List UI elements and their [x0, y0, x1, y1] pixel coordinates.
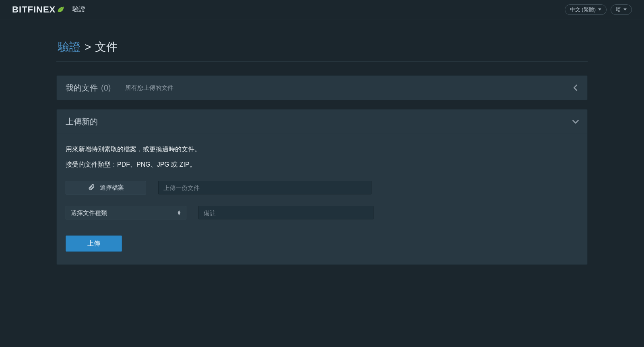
- language-label: 中文 (繁體): [570, 6, 596, 13]
- my-files-title-group: 我的文件 (0): [66, 83, 111, 93]
- upload-desc-2: 接受的文件類型：PDF、PNG、JPG 或 ZIP。: [66, 160, 578, 169]
- file-name-display[interactable]: [158, 181, 372, 194]
- submit-row: 上傳: [66, 235, 578, 252]
- language-select[interactable]: 中文 (繁體): [565, 4, 607, 15]
- theme-label: 暗: [616, 6, 621, 13]
- topbar-right: 中文 (繁體) 暗: [565, 4, 632, 15]
- my-files-title: 我的文件: [66, 83, 98, 93]
- leaf-icon: [56, 5, 65, 14]
- chevron-left-icon: [571, 83, 580, 92]
- my-files-panel-header[interactable]: 我的文件 (0) 所有您上傳的文件: [57, 76, 587, 100]
- breadcrumb: 驗證 > 文件: [56, 39, 588, 62]
- doc-type-select[interactable]: 選擇文件種類: [66, 206, 186, 219]
- upload-panel-title: 上傳新的: [66, 116, 98, 127]
- breadcrumb-separator: >: [85, 41, 91, 54]
- breadcrumb-root-link[interactable]: 驗證: [58, 39, 80, 55]
- caret-down-icon: [623, 8, 627, 10]
- my-files-panel: 我的文件 (0) 所有您上傳的文件: [56, 75, 588, 100]
- theme-select[interactable]: 暗: [611, 4, 632, 15]
- meta-row: 選擇文件種類 ▲▼: [66, 206, 578, 219]
- top-bar: BITFINEX 驗證 中文 (繁體) 暗: [0, 0, 644, 19]
- doc-type-select-wrap: 選擇文件種類 ▲▼: [66, 206, 186, 219]
- upload-panel: 上傳新的 用來新增特別索取的檔案，或更換過時的文件。 接受的文件類型：PDF、P…: [56, 109, 588, 265]
- chevron-down-icon: [571, 117, 580, 126]
- upload-button[interactable]: 上傳: [66, 235, 122, 252]
- my-files-subtitle: 所有您上傳的文件: [125, 84, 173, 92]
- breadcrumb-current: 文件: [95, 39, 118, 55]
- note-input[interactable]: [198, 206, 374, 219]
- upload-panel-body: 用來新增特別索取的檔案，或更換過時的文件。 接受的文件類型：PDF、PNG、JP…: [57, 134, 587, 264]
- app-section-label: 驗證: [72, 5, 85, 14]
- choose-file-button[interactable]: 選擇檔案: [66, 181, 146, 194]
- upload-panel-header[interactable]: 上傳新的: [57, 109, 587, 134]
- file-row: 選擇檔案: [66, 181, 578, 194]
- page-content: 驗證 > 文件 我的文件 (0) 所有您上傳的文件 上傳新的 用來新增特別索取的…: [56, 19, 588, 298]
- paperclip-icon: [88, 184, 95, 192]
- upload-desc-1: 用來新增特別索取的檔案，或更換過時的文件。: [66, 145, 578, 154]
- topbar-left: BITFINEX 驗證: [12, 4, 85, 15]
- brand-text: BITFINEX: [12, 4, 56, 15]
- caret-down-icon: [598, 8, 601, 10]
- my-files-count: (0): [101, 83, 111, 93]
- brand-logo[interactable]: BITFINEX: [12, 4, 65, 15]
- choose-file-label: 選擇檔案: [100, 184, 124, 192]
